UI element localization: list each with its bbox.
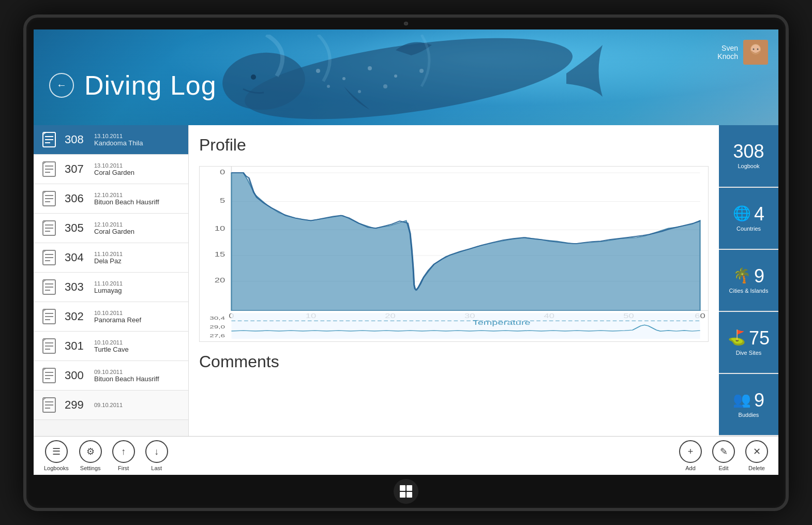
add-button[interactable]: + Add — [679, 440, 702, 471]
dive-number: 307 — [65, 162, 88, 176]
svg-text:0: 0 — [220, 169, 225, 176]
logbooks-icon: ☰ — [45, 440, 68, 463]
dive-log-icon — [40, 219, 58, 237]
dive-item[interactable]: 303 11.10.2011Lumayag — [34, 273, 188, 302]
countries-label: Countries — [736, 226, 761, 232]
right-sidebar: 308 Logbook 🌐 4 Countries 🌴 9 — [719, 125, 778, 436]
stat-tile-cities[interactable]: 🌴 9 Cities & Islands — [719, 250, 778, 311]
sites-icon: ⛳ — [728, 329, 746, 346]
svg-text:10: 10 — [215, 226, 225, 232]
comments-title: Comments — [199, 352, 709, 371]
dive-log-icon — [40, 189, 58, 208]
cities-count: 9 — [754, 267, 764, 286]
dive-item[interactable]: 308 13.10.2011 Kandooma Thila — [34, 125, 188, 155]
user-name-line2: Knoch — [717, 52, 738, 61]
svg-text:30,4: 30,4 — [209, 315, 225, 321]
user-name-line1: Sven — [717, 44, 738, 52]
dive-date: 13.10.2011 — [94, 133, 182, 139]
dive-log-icon — [40, 278, 58, 296]
center-content: Profile 0 5 10 15 — [189, 125, 719, 436]
toolbar: ☰ Logbooks ⚙ Settings ↑ First ↓ Last — [34, 436, 778, 475]
dive-item[interactable]: 306 12.10.2011Bituon Beach Hausriff — [34, 184, 188, 214]
dive-item[interactable]: 305 12.10.2011Coral Garden — [34, 214, 188, 243]
profile-section: Profile — [189, 125, 719, 166]
dive-item[interactable]: 299 09.10.2011 — [34, 391, 188, 420]
screen: ← Diving Log Sven Knoch — [34, 29, 778, 475]
svg-text:15: 15 — [215, 251, 225, 258]
sites-count: 75 — [749, 329, 770, 348]
dive-log-icon — [40, 307, 58, 326]
stat-tile-logbook[interactable]: 308 Logbook — [719, 125, 778, 186]
dive-log-icon — [40, 130, 58, 149]
header-area: ← Diving Log Sven Knoch — [34, 29, 778, 125]
dive-item[interactable]: 304 11.10.2011Dela Paz — [34, 243, 188, 273]
svg-rect-75 — [231, 313, 700, 339]
main-content: 308 13.10.2011 Kandooma Thila 307 13.10.… — [34, 125, 778, 436]
svg-point-14 — [753, 49, 755, 50]
buddies-icon: 👥 — [733, 391, 751, 408]
edit-label: Edit — [719, 465, 729, 471]
stat-tile-sites[interactable]: ⛳ 75 Dive Sites — [719, 312, 778, 373]
settings-button[interactable]: ⚙ Settings — [79, 440, 102, 471]
svg-text:27,6: 27,6 — [209, 333, 225, 339]
dive-number: 302 — [65, 310, 88, 323]
buddies-count: 9 — [754, 391, 764, 410]
app-title: Diving Log — [84, 70, 217, 101]
dive-item[interactable]: 300 09.10.2011Bituon Beach Hausriff — [34, 361, 188, 391]
toolbar-left: ☰ Logbooks ⚙ Settings ↑ First ↓ Last — [44, 440, 168, 471]
last-label: Last — [151, 465, 162, 471]
stat-tile-countries[interactable]: 🌐 4 Countries — [719, 188, 778, 249]
dive-log-icon — [40, 337, 58, 355]
dive-log-icon — [40, 160, 58, 178]
delete-label: Delete — [748, 465, 765, 471]
edit-button[interactable]: ✎ Edit — [712, 440, 735, 471]
countries-icon: 🌐 — [733, 205, 751, 222]
logbooks-button[interactable]: ☰ Logbooks — [44, 440, 69, 471]
dive-item[interactable]: 302 10.10.2011Panorama Reef — [34, 302, 188, 332]
sites-label: Dive Sites — [736, 350, 762, 356]
header-content: ← Diving Log Sven Knoch — [34, 29, 778, 125]
dive-number: 308 — [65, 133, 88, 146]
logbook-label: Logbook — [738, 163, 759, 169]
buddies-label: Buddies — [739, 412, 759, 418]
countries-count: 4 — [754, 205, 764, 223]
svg-text:20: 20 — [215, 277, 225, 283]
delete-icon: ✕ — [745, 440, 768, 463]
dive-number: 306 — [65, 192, 88, 205]
dive-log-icon — [40, 248, 58, 267]
dive-number: 299 — [65, 398, 88, 412]
windows-button[interactable] — [394, 479, 418, 503]
dive-location: Kandooma Thila — [94, 139, 182, 147]
svg-point-15 — [757, 49, 759, 50]
add-icon: + — [679, 440, 702, 463]
stat-tile-buddies[interactable]: 👥 9 Buddies — [719, 374, 778, 435]
first-icon: ↑ — [112, 440, 135, 463]
dive-list: 308 13.10.2011 Kandooma Thila 307 13.10.… — [34, 125, 189, 436]
dive-number: 303 — [65, 280, 88, 294]
cities-icon: 🌴 — [733, 267, 751, 284]
settings-icon: ⚙ — [79, 440, 102, 463]
back-button[interactable]: ← — [49, 73, 74, 98]
toolbar-right: + Add ✎ Edit ✕ Delete — [679, 440, 768, 471]
first-label: First — [118, 465, 129, 471]
dive-item[interactable]: 307 13.10.2011Coral Garden — [34, 155, 188, 184]
last-icon: ↓ — [145, 440, 168, 463]
first-button[interactable]: ↑ First — [112, 440, 135, 471]
logbook-count: 308 — [733, 142, 764, 161]
dive-number: 304 — [65, 251, 88, 264]
edit-icon: ✎ — [712, 440, 735, 463]
add-label: Add — [685, 465, 696, 471]
camera — [404, 22, 408, 26]
cities-label: Cities & Islands — [729, 288, 769, 294]
last-button[interactable]: ↓ Last — [145, 440, 168, 471]
settings-label: Settings — [80, 465, 101, 471]
dive-item[interactable]: 301 10.10.2011Turtle Cave — [34, 332, 188, 361]
delete-button[interactable]: ✕ Delete — [745, 440, 768, 471]
dive-log-icon — [40, 396, 58, 414]
svg-text:29,0: 29,0 — [209, 324, 225, 330]
dive-number: 305 — [65, 221, 88, 235]
comments-section: Comments — [189, 342, 719, 388]
dive-number: 301 — [65, 339, 88, 353]
profile-title: Profile — [199, 136, 709, 155]
dive-number: 300 — [65, 369, 88, 382]
